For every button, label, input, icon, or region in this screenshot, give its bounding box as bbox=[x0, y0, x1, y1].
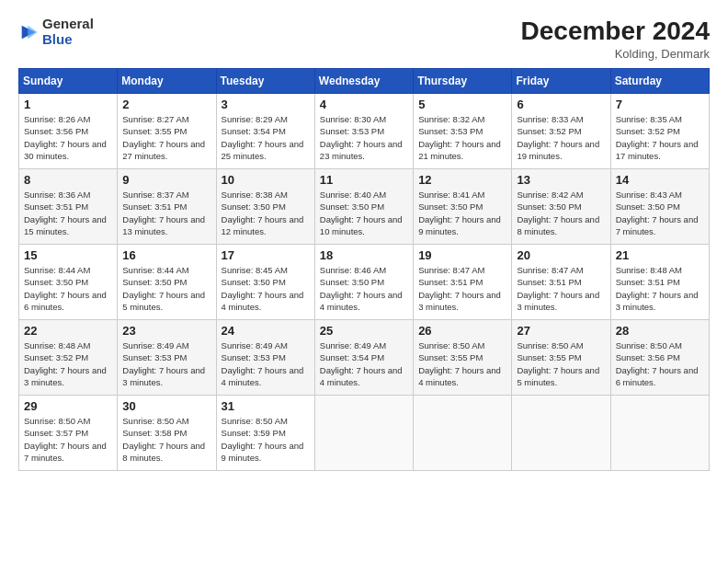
day-info: Sunrise: 8:43 AMSunset: 3:50 PMDaylight:… bbox=[616, 189, 704, 237]
day-info: Sunrise: 8:48 AMSunset: 3:52 PMDaylight:… bbox=[24, 339, 112, 388]
day-info: Sunrise: 8:47 AMSunset: 3:51 PMDaylight:… bbox=[418, 264, 506, 313]
calendar-cell: 15Sunrise: 8:44 AMSunset: 3:50 PMDayligh… bbox=[19, 245, 118, 320]
day-info: Sunrise: 8:42 AMSunset: 3:50 PMDaylight:… bbox=[517, 189, 605, 237]
calendar-cell: 12Sunrise: 8:41 AMSunset: 3:50 PMDayligh… bbox=[414, 169, 512, 245]
calendar-week-2: 8Sunrise: 8:36 AMSunset: 3:51 PMDaylight… bbox=[19, 169, 710, 245]
calendar-week-5: 29Sunrise: 8:50 AMSunset: 3:57 PMDayligh… bbox=[19, 396, 710, 471]
day-info: Sunrise: 8:50 AMSunset: 3:59 PMDaylight:… bbox=[222, 415, 310, 464]
calendar-cell: 22Sunrise: 8:48 AMSunset: 3:52 PMDayligh… bbox=[19, 320, 118, 396]
day-number: 28 bbox=[616, 324, 704, 338]
day-number: 16 bbox=[122, 248, 210, 262]
calendar-week-1: 1Sunrise: 8:26 AMSunset: 3:56 PMDaylight… bbox=[19, 94, 710, 169]
calendar-cell: 13Sunrise: 8:42 AMSunset: 3:50 PMDayligh… bbox=[512, 169, 610, 245]
day-number: 15 bbox=[24, 248, 112, 262]
calendar-cell: 23Sunrise: 8:49 AMSunset: 3:53 PMDayligh… bbox=[118, 320, 216, 396]
day-number: 2 bbox=[122, 98, 210, 111]
weekday-header-sunday: Sunday bbox=[19, 69, 118, 94]
day-info: Sunrise: 8:50 AMSunset: 3:55 PMDaylight:… bbox=[418, 339, 506, 388]
day-info: Sunrise: 8:49 AMSunset: 3:53 PMDaylight:… bbox=[122, 339, 210, 388]
logo-icon bbox=[18, 22, 39, 42]
calendar-table: SundayMondayTuesdayWednesdayThursdayFrid… bbox=[18, 68, 710, 471]
day-number: 18 bbox=[320, 248, 408, 262]
calendar-cell: 11Sunrise: 8:40 AMSunset: 3:50 PMDayligh… bbox=[314, 169, 413, 245]
weekday-header-thursday: Thursday bbox=[414, 69, 512, 94]
day-number: 13 bbox=[517, 173, 605, 187]
calendar-week-4: 22Sunrise: 8:48 AMSunset: 3:52 PMDayligh… bbox=[19, 320, 710, 396]
day-info: Sunrise: 8:46 AMSunset: 3:50 PMDaylight:… bbox=[320, 264, 408, 313]
day-number: 27 bbox=[517, 324, 605, 338]
location-subtitle: Kolding, Denmark bbox=[521, 47, 710, 61]
calendar-cell: 31Sunrise: 8:50 AMSunset: 3:59 PMDayligh… bbox=[216, 396, 314, 471]
day-number: 8 bbox=[24, 173, 112, 187]
calendar-cell: 5Sunrise: 8:32 AMSunset: 3:53 PMDaylight… bbox=[414, 94, 512, 169]
calendar-cell bbox=[610, 396, 709, 471]
title-block: December 2024 Kolding, Denmark bbox=[521, 17, 710, 61]
calendar-cell: 3Sunrise: 8:29 AMSunset: 3:54 PMDaylight… bbox=[216, 94, 314, 169]
calendar-cell: 20Sunrise: 8:47 AMSunset: 3:51 PMDayligh… bbox=[512, 245, 610, 320]
day-number: 25 bbox=[320, 324, 408, 338]
day-info: Sunrise: 8:36 AMSunset: 3:51 PMDaylight:… bbox=[24, 189, 112, 237]
calendar-cell: 19Sunrise: 8:47 AMSunset: 3:51 PMDayligh… bbox=[414, 245, 512, 320]
day-number: 23 bbox=[122, 324, 210, 338]
page: General Blue December 2024 Kolding, Denm… bbox=[0, 0, 728, 563]
day-number: 29 bbox=[24, 399, 112, 413]
day-info: Sunrise: 8:49 AMSunset: 3:54 PMDaylight:… bbox=[320, 339, 408, 388]
day-info: Sunrise: 8:41 AMSunset: 3:50 PMDaylight:… bbox=[418, 189, 506, 237]
calendar-cell: 17Sunrise: 8:45 AMSunset: 3:50 PMDayligh… bbox=[216, 245, 314, 320]
day-info: Sunrise: 8:50 AMSunset: 3:55 PMDaylight:… bbox=[517, 339, 605, 388]
calendar-week-3: 15Sunrise: 8:44 AMSunset: 3:50 PMDayligh… bbox=[19, 245, 710, 320]
day-number: 19 bbox=[418, 248, 506, 262]
day-info: Sunrise: 8:26 AMSunset: 3:56 PMDaylight:… bbox=[24, 113, 112, 162]
day-info: Sunrise: 8:33 AMSunset: 3:52 PMDaylight:… bbox=[517, 113, 605, 162]
calendar-cell: 7Sunrise: 8:35 AMSunset: 3:52 PMDaylight… bbox=[610, 94, 709, 169]
day-number: 9 bbox=[122, 173, 210, 187]
day-number: 22 bbox=[24, 324, 112, 338]
calendar-cell: 21Sunrise: 8:48 AMSunset: 3:51 PMDayligh… bbox=[610, 245, 709, 320]
calendar-cell: 18Sunrise: 8:46 AMSunset: 3:50 PMDayligh… bbox=[314, 245, 413, 320]
calendar-cell bbox=[414, 396, 512, 471]
day-info: Sunrise: 8:38 AMSunset: 3:50 PMDaylight:… bbox=[222, 189, 310, 237]
day-number: 7 bbox=[616, 98, 704, 111]
day-info: Sunrise: 8:32 AMSunset: 3:53 PMDaylight:… bbox=[418, 113, 506, 162]
svg-marker-1 bbox=[28, 25, 37, 39]
weekday-header-monday: Monday bbox=[118, 69, 216, 94]
day-info: Sunrise: 8:47 AMSunset: 3:51 PMDaylight:… bbox=[517, 264, 605, 313]
calendar-body: 1Sunrise: 8:26 AMSunset: 3:56 PMDaylight… bbox=[19, 94, 710, 471]
day-info: Sunrise: 8:29 AMSunset: 3:54 PMDaylight:… bbox=[222, 113, 310, 162]
day-info: Sunrise: 8:50 AMSunset: 3:57 PMDaylight:… bbox=[24, 415, 112, 464]
day-number: 12 bbox=[418, 173, 506, 187]
day-info: Sunrise: 8:49 AMSunset: 3:53 PMDaylight:… bbox=[222, 339, 310, 388]
day-info: Sunrise: 8:50 AMSunset: 3:56 PMDaylight:… bbox=[616, 339, 704, 388]
day-info: Sunrise: 8:44 AMSunset: 3:50 PMDaylight:… bbox=[122, 264, 210, 313]
day-info: Sunrise: 8:27 AMSunset: 3:55 PMDaylight:… bbox=[122, 113, 210, 162]
calendar-cell: 8Sunrise: 8:36 AMSunset: 3:51 PMDaylight… bbox=[19, 169, 118, 245]
day-number: 26 bbox=[418, 324, 506, 338]
logo-text: General Blue bbox=[42, 17, 94, 47]
day-info: Sunrise: 8:35 AMSunset: 3:52 PMDaylight:… bbox=[616, 113, 704, 162]
calendar-cell: 9Sunrise: 8:37 AMSunset: 3:51 PMDaylight… bbox=[118, 169, 216, 245]
day-number: 11 bbox=[320, 173, 408, 187]
day-number: 24 bbox=[222, 324, 310, 338]
day-info: Sunrise: 8:37 AMSunset: 3:51 PMDaylight:… bbox=[122, 189, 210, 237]
calendar-cell: 29Sunrise: 8:50 AMSunset: 3:57 PMDayligh… bbox=[19, 396, 118, 471]
calendar-cell: 14Sunrise: 8:43 AMSunset: 3:50 PMDayligh… bbox=[610, 169, 709, 245]
calendar-cell: 28Sunrise: 8:50 AMSunset: 3:56 PMDayligh… bbox=[610, 320, 709, 396]
day-number: 3 bbox=[222, 98, 310, 111]
calendar-cell: 30Sunrise: 8:50 AMSunset: 3:58 PMDayligh… bbox=[118, 396, 216, 471]
calendar-cell: 26Sunrise: 8:50 AMSunset: 3:55 PMDayligh… bbox=[414, 320, 512, 396]
day-info: Sunrise: 8:30 AMSunset: 3:53 PMDaylight:… bbox=[320, 113, 408, 162]
day-info: Sunrise: 8:44 AMSunset: 3:50 PMDaylight:… bbox=[24, 264, 112, 313]
month-title: December 2024 bbox=[521, 17, 710, 46]
weekday-header-friday: Friday bbox=[512, 69, 610, 94]
day-number: 31 bbox=[222, 399, 310, 413]
calendar-cell bbox=[512, 396, 610, 471]
weekday-header-saturday: Saturday bbox=[610, 69, 709, 94]
weekday-header-tuesday: Tuesday bbox=[216, 69, 314, 94]
day-number: 10 bbox=[222, 173, 310, 187]
calendar-cell: 25Sunrise: 8:49 AMSunset: 3:54 PMDayligh… bbox=[314, 320, 413, 396]
calendar-cell: 27Sunrise: 8:50 AMSunset: 3:55 PMDayligh… bbox=[512, 320, 610, 396]
calendar-cell bbox=[314, 396, 413, 471]
day-number: 17 bbox=[222, 248, 310, 262]
weekday-header-wednesday: Wednesday bbox=[314, 69, 413, 94]
day-info: Sunrise: 8:48 AMSunset: 3:51 PMDaylight:… bbox=[616, 264, 704, 313]
